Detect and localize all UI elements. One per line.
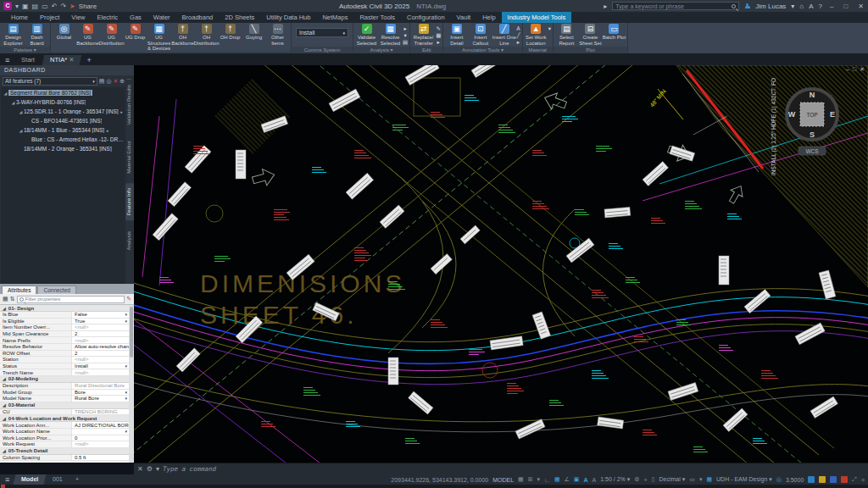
property-section-03-material[interactable]: ◢03-Material <box>0 402 129 409</box>
property-value[interactable]: <null> <box>72 441 129 447</box>
edit-small-tools[interactable]: ✎▦▸ <box>436 24 441 45</box>
tab-document[interactable]: NTIA* ✕ <box>42 55 82 65</box>
ribbon-tab-home[interactable]: Home <box>5 12 34 23</box>
annotation-scale[interactable]: 1:50 / 2% ▾ <box>600 476 630 483</box>
tab-model[interactable]: Model <box>14 474 47 485</box>
qat-dropdown-icon[interactable]: ▾ <box>15 3 19 10</box>
small-tool-icon[interactable]: ▾ <box>403 32 408 38</box>
undo-icon[interactable]: ↶ <box>52 3 58 10</box>
clean-screen-icon[interactable]: ⤢ <box>852 476 857 483</box>
viewcube-north[interactable]: N <box>810 91 815 99</box>
value-dropdown-icon[interactable]: ▾ <box>125 363 127 369</box>
select-report-button[interactable]: ▤Select Report <box>555 24 578 46</box>
property-value[interactable]: ▾ <box>72 429 129 435</box>
section-expander-icon[interactable]: ◢ <box>3 416 6 421</box>
property-section-05-trench-detail[interactable]: ◢05-Trench Detail <box>0 448 129 455</box>
tree-item[interactable]: ◢18/14MM - 1 Blue - 365344 [INS]● <box>1 125 125 135</box>
small-tool-icon[interactable]: ▸ <box>516 39 520 45</box>
analysis-small-tools[interactable]: ▸▾▤ <box>403 24 408 45</box>
tree-item[interactable]: ◢125.SDR.11 - 1 Orange - 365347 [INS]● <box>1 107 125 116</box>
section-expander-icon[interactable]: ◢ <box>3 306 6 311</box>
alphabetical-view-icon[interactable]: ⇅ <box>10 296 15 302</box>
save-icon[interactable]: ▣ <box>22 3 29 10</box>
object-isolate-icon[interactable]: ◎ <box>776 476 782 483</box>
value-dropdown-icon[interactable]: ▾ <box>125 319 127 324</box>
ribbon-tab-view[interactable]: View <box>65 12 91 23</box>
property-value[interactable]: Bore▾ <box>72 390 129 396</box>
plot-icon[interactable]: ▭ <box>42 3 48 10</box>
edit-properties-icon[interactable]: ✎ <box>126 296 131 302</box>
tree-expander-icon[interactable]: ◢ <box>3 91 8 96</box>
ug-distribution-button[interactable]: ✎UG Distribution <box>100 24 123 46</box>
tab-close-icon[interactable]: ✕ <box>69 56 74 64</box>
status-app-icon-2[interactable] <box>819 476 826 483</box>
ribbon-tab-broadband[interactable]: Broadband <box>176 12 220 23</box>
oh-backbone-button[interactable]: †OH Backbone <box>171 24 194 46</box>
design-explorer-button[interactable]: ▤Design Explorer <box>2 24 25 46</box>
property-value[interactable]: <null> <box>72 357 129 363</box>
property-section-02-modeling[interactable]: ◢02-Modeling <box>0 376 129 383</box>
categorized-view-icon[interactable]: ▦ <box>3 296 8 302</box>
small-tool-icon[interactable]: ▾ <box>548 25 551 31</box>
object-snap-icon[interactable]: ▣ <box>574 476 580 483</box>
insert-callout-button[interactable]: ⊡Insert Callout <box>469 24 492 46</box>
property-value[interactable]: AJ DIRECTIONAL BORE <box>72 422 129 428</box>
property-section-04-work-location-and-work-request[interactable]: ◢04-Work Location and Work Request <box>0 415 129 422</box>
ribbon-group-label[interactable]: Palettes ▾ <box>0 47 50 53</box>
new-layout-button[interactable]: + <box>68 474 87 485</box>
viewport-minimize-icon[interactable]: – <box>846 66 849 73</box>
side-tab-material-editor[interactable]: Material Editor <box>125 136 134 179</box>
small-tool-icon[interactable]: A <box>516 25 520 31</box>
dash-board-button[interactable]: ▥Dash Board <box>25 24 48 46</box>
ribbon-tab-industry-model-tools[interactable]: Industry Model Tools <box>502 12 572 23</box>
section-expander-icon[interactable]: ◢ <box>3 448 6 453</box>
viewcube-east[interactable]: E <box>830 110 835 119</box>
layout-menu-icon[interactable]: ≡ <box>0 475 14 485</box>
tree-expander-icon[interactable]: ◢ <box>18 128 24 133</box>
ribbon-group-label[interactable]: Material <box>523 47 553 53</box>
snap-mode-icon[interactable]: ⊞ <box>528 476 533 483</box>
tree-expander-icon[interactable]: ◢ <box>10 100 16 105</box>
annotation-monitor-icon[interactable]: + <box>644 477 648 483</box>
attr-tab-connected[interactable]: Connected <box>37 286 75 294</box>
autodesk-account-icon[interactable]: A <box>809 3 813 10</box>
side-tab-feature-info[interactable]: Feature Info <box>125 183 134 220</box>
value-dropdown-icon[interactable]: ▾ <box>125 390 127 395</box>
ortho-mode-icon[interactable]: ∟ <box>544 477 550 483</box>
tree-expander-icon[interactable]: ◢ <box>18 109 24 114</box>
section-expander-icon[interactable]: ◢ <box>3 376 6 381</box>
material-small-tools[interactable]: ▾ <box>548 24 551 31</box>
annotation-tools-small-tools[interactable]: A╱▸ <box>516 24 520 45</box>
property-value[interactable]: True▾ <box>72 319 129 324</box>
drawing-area[interactable]: 48" MIN INSTALL (2) 1.25" HDPE (1) 432CT… <box>134 65 868 463</box>
minimize-button[interactable]: – <box>827 3 836 10</box>
small-tool-icon[interactable]: ▤ <box>403 39 408 45</box>
quick-properties-icon[interactable]: ▭ <box>689 476 695 483</box>
batch-plot-button[interactable]: ▭Batch Plot <box>603 24 626 41</box>
side-tab-validation-results[interactable]: Validation Results <box>125 80 134 130</box>
tree-item[interactable]: CS - BFO144E-473691 [INS] <box>1 116 125 125</box>
property-value[interactable]: False▾ <box>72 312 129 318</box>
filter-properties-input[interactable]: Filter properties <box>17 296 125 303</box>
command-input[interactable]: Type a command <box>163 465 865 473</box>
insert-one-line-button[interactable]: ╱Insert One Line <box>492 24 515 46</box>
oh-distribution-button[interactable]: †OH Distribution <box>195 24 218 46</box>
customization-icon[interactable]: ≡ <box>861 477 865 483</box>
ribbon-tab-utility-data-hub[interactable]: Utility Data Hub <box>260 12 316 23</box>
ribbon-tab-netmaps[interactable]: NetMaps <box>316 12 353 23</box>
resolve-selected-button[interactable]: ▦Resolve Selected <box>379 24 402 46</box>
ug-drop-button[interactable]: ✎UG Drop <box>124 24 147 41</box>
global-button[interactable]: ◎Global <box>53 24 75 41</box>
units-selector[interactable]: Decimal ▾ <box>659 476 686 483</box>
ribbon-tab-project[interactable]: Project <box>34 12 65 23</box>
user-avatar-icon[interactable] <box>744 3 750 9</box>
property-value[interactable]: <null> <box>72 369 129 375</box>
user-dropdown-icon[interactable]: ▾ <box>791 3 794 10</box>
ribbon-group-label[interactable]: Annotation Tools ▾ <box>443 47 521 53</box>
model-space-toggle[interactable]: MODEL <box>492 477 514 483</box>
ribbon-group-label[interactable]: Comms System <box>292 47 353 53</box>
replace-transfer-button[interactable]: ⇄Replace/ Transfer <box>412 24 435 46</box>
small-tool-icon[interactable]: ╱ <box>516 32 520 38</box>
ribbon-tab-electric[interactable]: Electric <box>91 12 124 23</box>
property-value[interactable]: <null> <box>72 337 129 343</box>
